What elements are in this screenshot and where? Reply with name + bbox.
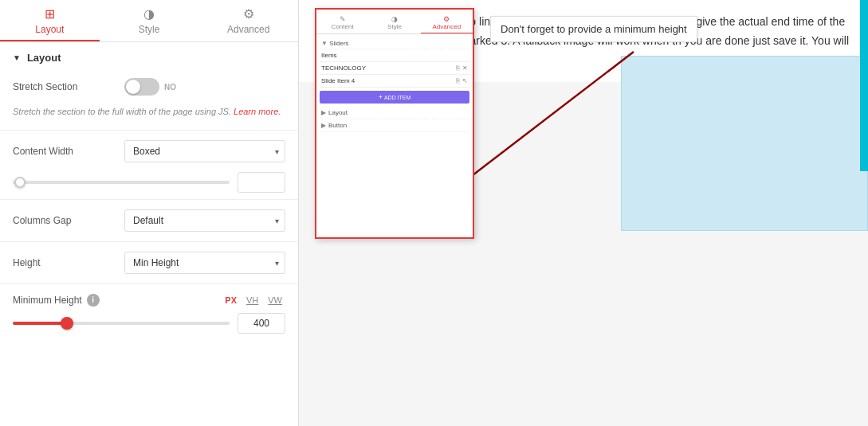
columns-gap-select[interactable]: Default No Gap Narrow Wide <box>124 209 285 232</box>
left-panel: ⊞ Layout ◑ Style ⚙ Advanced ▼ Layout Str… <box>0 0 299 426</box>
tabs-bar: ⊞ Layout ◑ Style ⚙ Advanced <box>0 0 298 42</box>
screenshot-tab-advanced-label: Advanced <box>422 23 471 30</box>
minimum-height-label: Minimum Height <box>13 295 82 306</box>
layout-section-title: Layout <box>27 52 61 64</box>
ss-sliders-label: ▼ Sliders <box>320 37 469 49</box>
content-width-select[interactable]: Boxed Full Width <box>124 140 285 162</box>
screenshot-tab-content: ✎ Content <box>316 13 368 33</box>
height-row: Height Default Fit To Screen Min Height … <box>0 245 298 280</box>
screenshot-mockup: ✎ Content ◑ Style ⚙ Advanced ▼ Sliders I… <box>315 8 474 239</box>
ss-layout-label: Layout <box>328 109 348 116</box>
annotation-text: Don't forget to provide a minimum height <box>501 23 687 35</box>
content-width-slider[interactable] <box>13 181 230 184</box>
minimum-height-slider-row <box>13 313 285 334</box>
screenshot-tab-content-label: Content <box>318 23 367 30</box>
ss-slide4-text: Slide Item 4 <box>321 77 454 84</box>
ss-items-text: Items <box>321 52 468 59</box>
content-width-row: Content Width Boxed Full Width ▾ <box>0 134 298 169</box>
divider-2 <box>0 199 298 200</box>
minimum-height-info-icon[interactable]: i <box>87 294 100 307</box>
columns-gap-control: Default No Gap Narrow Wide ▾ <box>124 209 285 232</box>
screenshot-tab-advanced: ⚙ Advanced <box>421 13 473 33</box>
ss-items-row: Items <box>320 49 469 62</box>
divider-4 <box>0 283 298 284</box>
stretch-description: Stretch the section to the full width of… <box>0 102 298 127</box>
screenshot-tab-style: ◑ Style <box>368 13 420 33</box>
tab-style[interactable]: ◑ Style <box>100 0 199 41</box>
ss-technology-text: TECHNOLOGY <box>321 64 454 72</box>
tab-advanced-label: Advanced <box>227 24 269 35</box>
columns-gap-select-wrapper: Default No Gap Narrow Wide ▾ <box>124 209 285 232</box>
style-icon: ◑ <box>143 8 155 21</box>
content-width-control: Boxed Full Width ▾ <box>124 140 285 162</box>
stretch-toggle[interactable] <box>124 78 159 96</box>
tab-advanced[interactable]: ⚙ Advanced <box>198 0 298 41</box>
panel-content: ▼ Layout Stretch Section NO Stretch the … <box>0 42 298 426</box>
height-control: Default Fit To Screen Min Height ▾ <box>124 252 285 274</box>
ss-add-plus-icon: + <box>379 93 383 101</box>
slider-thumb-1 <box>14 177 26 188</box>
unit-px[interactable]: PX <box>222 295 240 306</box>
height-label: Height <box>13 257 116 268</box>
content-width-select-wrapper: Boxed Full Width ▾ <box>124 140 285 162</box>
minimum-height-thumb <box>61 317 73 330</box>
divider-3 <box>0 241 298 242</box>
stretch-description-text: Stretch the section to the full width of… <box>13 107 231 116</box>
top-blue-bar <box>860 0 868 171</box>
ss-slide4-row: Slide Item 4 ⎘ ↖ <box>320 75 469 88</box>
ss-add-item-button[interactable]: + ADD ITEM <box>320 91 469 104</box>
minimum-height-row: Minimum Height i PX VH VW <box>0 287 298 337</box>
slider-track-1 <box>13 181 230 184</box>
unit-vh[interactable]: VH <box>243 295 261 306</box>
tab-layout-label: Layout <box>35 24 64 35</box>
columns-gap-row: Columns Gap Default No Gap Narrow Wide ▾ <box>0 203 298 238</box>
stretch-section-label: Stretch Section <box>13 81 116 92</box>
ss-slide4-cursor-icon: ↖ <box>462 77 468 84</box>
ss-button-row: ▶ Button <box>320 119 469 132</box>
divider-1 <box>0 130 298 131</box>
tab-style-label: Style <box>139 24 160 35</box>
stretch-section-control: NO <box>124 78 285 96</box>
height-select[interactable]: Default Fit To Screen Min Height <box>124 252 285 274</box>
learn-more-link[interactable]: Learn more. <box>234 107 281 116</box>
ss-technology-row: TECHNOLOGY ⎘ ✕ <box>320 62 469 75</box>
annotation-box: Don't forget to provide a minimum height <box>490 16 697 42</box>
layout-section-header: ▼ Layout <box>0 42 298 72</box>
ss-sliders-text: Sliders <box>329 40 348 47</box>
tab-layout[interactable]: ⊞ Layout <box>0 0 100 41</box>
content-width-label: Content Width <box>13 146 116 157</box>
minimum-height-label-row: Minimum Height i PX VH VW <box>13 294 285 307</box>
ss-layout-row: ▶ Layout <box>320 107 469 119</box>
ss-add-item-label: ADD ITEM <box>384 95 410 100</box>
content-width-input[interactable] <box>238 172 285 193</box>
content-width-slider-row <box>0 169 298 196</box>
ss-slide4-copy-icon: ⎘ <box>456 77 460 84</box>
minimum-height-slider[interactable] <box>13 322 230 325</box>
collapse-arrow-icon[interactable]: ▼ <box>13 53 21 62</box>
unit-vw[interactable]: VW <box>265 295 285 306</box>
minimum-height-input[interactable] <box>238 313 285 334</box>
ss-button-label: Button <box>328 122 347 129</box>
right-area: You can give any YouTube video link as y… <box>299 0 868 426</box>
screenshot-tab-style-label: Style <box>370 23 418 30</box>
screenshot-tabs: ✎ Content ◑ Style ⚙ Advanced <box>316 10 473 34</box>
ss-button-arrow-icon: ▶ <box>321 122 326 129</box>
screenshot-body: ▼ Sliders Items TECHNOLOGY ⎘ ✕ Slide Ite… <box>316 34 473 135</box>
stretch-toggle-label: NO <box>164 83 176 92</box>
columns-gap-label: Columns Gap <box>13 215 116 226</box>
advanced-icon: ⚙ <box>243 8 254 21</box>
height-select-wrapper: Default Fit To Screen Min Height ▾ <box>124 252 285 274</box>
blue-preview-area <box>621 56 868 231</box>
stretch-toggle-wrapper: NO <box>124 78 176 96</box>
ss-technology-copy-icon: ⎘ <box>456 64 460 72</box>
unit-tabs: PX VH VW <box>222 295 285 306</box>
ss-layout-arrow-icon: ▶ <box>321 109 326 116</box>
layout-icon: ⊞ <box>45 8 55 21</box>
stretch-section-row: Stretch Section NO <box>0 72 298 102</box>
ss-technology-delete-icon: ✕ <box>462 64 468 72</box>
